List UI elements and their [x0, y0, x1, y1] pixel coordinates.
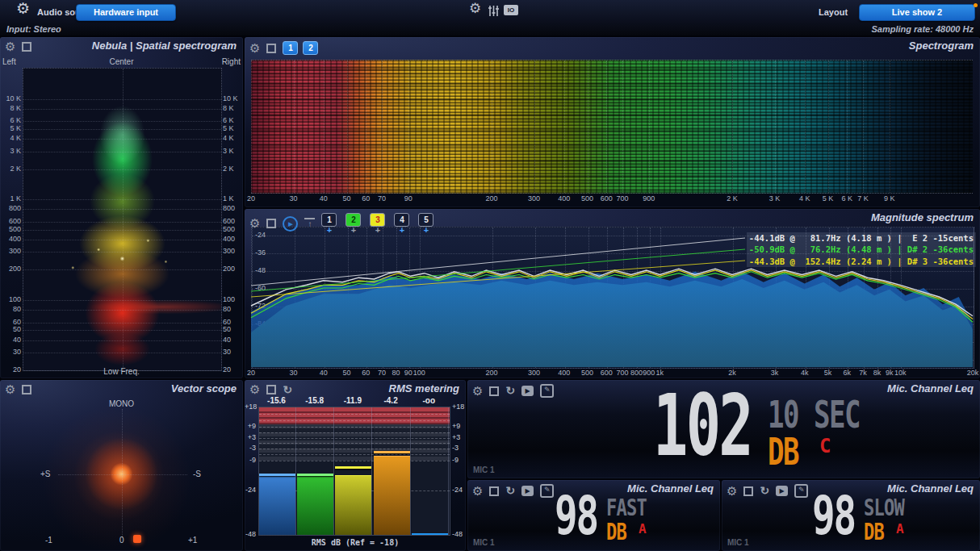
leq-main-reset-icon[interactable]: ↻ — [505, 386, 515, 396]
magnitude-slot-plus-icon[interactable]: + — [327, 227, 332, 234]
magnitude-gear-icon[interactable]: ⚙ — [249, 218, 260, 229]
vectorscope-plus1-label: +1 — [188, 536, 197, 545]
magnitude-slot-plus-icon[interactable]: + — [400, 227, 404, 234]
vectorscope-minus-s-label: -S — [193, 470, 201, 478]
input-stereo-label: Input: Stereo — [6, 24, 61, 34]
vectorscope-plus-s-label: +S — [40, 470, 51, 478]
hardware-input-button[interactable]: Hardware input — [76, 4, 176, 21]
nebula-gridline — [23, 169, 221, 170]
leq-slow-title: Mic. Channel Leq — [887, 482, 974, 495]
nebula-gridline — [23, 353, 221, 353]
nebula-tick-label-left: 600 — [2, 218, 21, 225]
rms-gear-icon[interactable]: ⚙ — [249, 384, 260, 395]
nebula-tick-label-right: 8 K — [223, 105, 234, 112]
nebula-panel: ⚙ Nebula | Spatial spectrogram Left Cent… — [0, 37, 243, 378]
live-show-button[interactable]: Live show 2 — [859, 4, 975, 21]
nebula-gridline — [23, 330, 221, 331]
rms-peak-line — [297, 474, 333, 476]
leq-slow-fullscreen-icon[interactable] — [743, 486, 753, 496]
rms-channel-column — [297, 407, 334, 535]
magnitude-slot-plus-icon[interactable]: + — [351, 227, 356, 234]
io-routing-icon[interactable]: IO — [504, 5, 518, 15]
leq-fast-play-icon[interactable]: ▶ — [521, 486, 534, 496]
nebula-gridline — [23, 152, 221, 152]
nebula-tick-label-left: 6 K — [2, 117, 21, 124]
rms-value-label: -4.2 — [373, 396, 409, 405]
rms-peak-line — [259, 474, 295, 476]
spectrogram-view-button[interactable]: 1 — [283, 41, 298, 55]
nebula-tick-label-right: 800 — [223, 205, 235, 212]
leq-fast-gear-icon[interactable]: ⚙ — [472, 486, 483, 497]
magnitude-slot-plus-icon[interactable]: + — [375, 227, 380, 234]
nebula-tick-label-right: 20 — [223, 366, 231, 374]
rms-reset-icon[interactable]: ↻ — [283, 385, 292, 395]
vectorscope-zero-label: 0 — [119, 536, 124, 545]
nebula-gear-icon[interactable]: ⚙ — [5, 41, 15, 52]
leq-main-play-icon[interactable]: ▶ — [521, 386, 534, 396]
nebula-gridline — [23, 129, 221, 130]
leq-main-gear-icon[interactable]: ⚙ — [472, 386, 483, 397]
leq-slow-edit-icon[interactable]: ✎ — [794, 484, 808, 498]
leq-fast-unit: DB — [606, 520, 626, 544]
leq-main-panel: ⚙ ↻ ▶ ✎ Mic. Channel Leq 102 10 SEC DB C… — [467, 380, 980, 478]
leq-fast-mic-label: MIC 1 — [473, 538, 495, 547]
magnitude-readout-row: -50.9dB @ 76.2Hz (4.48 m ) | D# 2 -36cen… — [747, 244, 976, 255]
nebula-tick-label-left: 100 — [2, 296, 21, 303]
rms-scale-label-right: +9 — [452, 423, 460, 430]
vectorscope-fullscreen-icon[interactable] — [22, 385, 31, 394]
live-play-icon[interactable]: ▶ — [283, 216, 298, 232]
leq-fast-weighting: A — [639, 521, 647, 536]
spectrogram-view-button[interactable]: 2 — [303, 41, 318, 55]
leq-slow-reset-icon[interactable]: ↻ — [760, 486, 769, 496]
leq-main-mic-label: MIC 1 — [473, 465, 495, 474]
settings-gear-icon[interactable]: ⚙ — [469, 3, 481, 15]
nebula-tick-label-left: 800 — [2, 205, 21, 212]
nebula-tick-label-left: 3 K — [2, 148, 21, 155]
nebula-tick-label-right: 10 K — [223, 95, 238, 102]
magnitude-slot-button-wrap: 2+ — [346, 213, 361, 234]
rms-value-label: -oo — [411, 396, 447, 405]
magnitude-fullscreen-icon[interactable] — [266, 219, 276, 228]
nebula-gridline — [23, 300, 221, 301]
leq-slow-gear-icon[interactable]: ⚙ — [727, 486, 737, 497]
leq-fast-edit-icon[interactable]: ✎ — [540, 484, 554, 498]
rms-channel-column — [374, 407, 411, 535]
magnitude-slot-button-wrap: 1+ — [321, 213, 337, 234]
nebula-tick-label-right: 50 — [223, 326, 231, 333]
vectorscope-gear-icon[interactable]: ⚙ — [5, 384, 15, 395]
magnitude-slot-button-wrap: 5+ — [418, 213, 433, 234]
leq-main-value: 102 — [653, 391, 752, 461]
leq-fast-fullscreen-icon[interactable] — [489, 486, 499, 496]
mixer-sliders-icon[interactable] — [488, 5, 500, 17]
magnitude-slot-buttons: 1+2+3+4+5+ — [321, 213, 433, 234]
audio-source-gear-icon[interactable]: ⚙ — [16, 3, 30, 15]
magnitude-slot-plus-icon[interactable]: + — [424, 227, 429, 234]
spectrogram-gear-icon[interactable]: ⚙ — [249, 43, 260, 54]
leq-slow-play-icon[interactable]: ▶ — [776, 486, 788, 496]
spectrogram-fullscreen-icon[interactable] — [266, 44, 276, 53]
magnitude-panel: ⚙ ▶ ↑ 1+2+3+4+5+ Magnitude spectrum -44.… — [245, 209, 980, 378]
leq-slow-panel: ⚙ ↻ ▶ ✎ Mic. Channel Leq 98 SLOW DB A MI… — [722, 480, 980, 551]
nebula-tick-label-right: 6 K — [223, 117, 234, 124]
nebula-tick-label-left: 4 K — [2, 135, 21, 142]
vectorscope-balance-marker[interactable] — [133, 535, 141, 543]
rms-meter[interactable] — [258, 407, 450, 536]
rms-value-label: -15.6 — [258, 396, 295, 405]
spectrogram-tick-label: 2 K — [720, 195, 744, 202]
nebula-tick-label-left: 1 K — [2, 195, 21, 202]
nebula-tick-label-right: 500 — [223, 226, 235, 233]
spectrogram-gridline — [606, 61, 607, 193]
rms-scale-label-right: -9 — [452, 457, 459, 464]
leq-fast-reset-icon[interactable]: ↻ — [505, 486, 515, 496]
nebula-fullscreen-icon[interactable] — [22, 42, 31, 52]
rms-fullscreen-icon[interactable] — [266, 385, 276, 394]
nebula-tick-label-right: 3 K — [223, 148, 234, 155]
spectrogram-plot[interactable] — [251, 60, 973, 194]
peak-hold-icon[interactable]: ↑ — [304, 218, 315, 229]
nebula-tick-label-left: 200 — [2, 265, 21, 273]
spectrogram-gridline — [347, 61, 348, 193]
leq-main-edit-icon[interactable]: ✎ — [540, 384, 554, 398]
leq-main-fullscreen-icon[interactable] — [489, 386, 499, 396]
nebula-plot[interactable] — [23, 68, 222, 371]
rms-scale-label-right: +3 — [452, 434, 460, 441]
